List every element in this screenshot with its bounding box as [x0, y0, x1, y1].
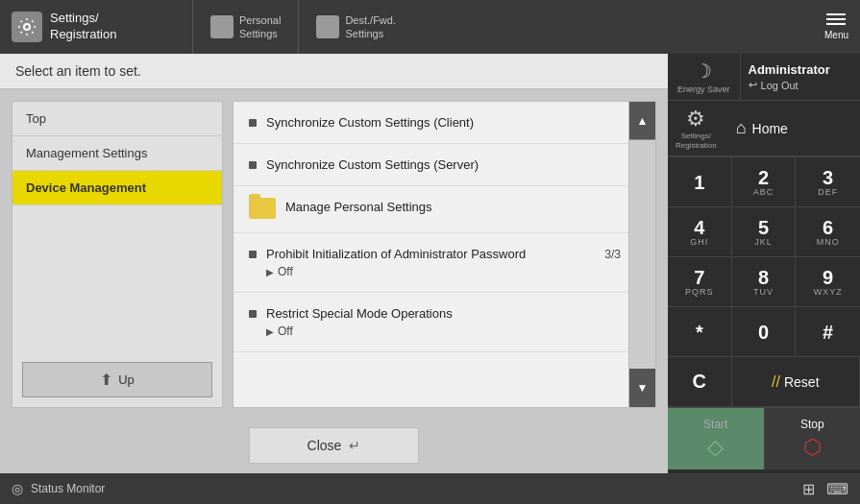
stop-label: Stop: [800, 418, 824, 431]
nav-item-top[interactable]: Top: [12, 102, 222, 136]
up-arrow-icon: ⬆: [100, 371, 112, 389]
menu-label: Menu: [824, 30, 848, 40]
instruction-bar: Select an item to set.: [0, 54, 668, 89]
app-title: Settings/ Registration: [50, 11, 116, 43]
list-item-sub-value: Off: [278, 265, 293, 278]
content-area: Select an item to set. Top Management Se…: [0, 54, 668, 473]
reset-label: Reset: [784, 374, 820, 390]
list-item-prohibit-init[interactable]: Prohibit Initialization of Administrator…: [233, 233, 655, 293]
home-icon: ⌂: [736, 118, 747, 138]
home-label: Home: [752, 121, 788, 136]
tab-personal-settings[interactable]: Personal Settings: [192, 0, 298, 54]
energy-saver-button[interactable]: ☽ Energy Saver: [668, 54, 741, 100]
close-button[interactable]: Close ↵: [249, 427, 420, 464]
key-9[interactable]: 9WXYZ: [796, 257, 860, 307]
bullet-icon: [249, 119, 257, 127]
list-item-sub: ▶ Off: [266, 324, 640, 338]
up-button[interactable]: ⬆ Up: [22, 362, 212, 397]
list-item-content: Manage Personal Settings: [285, 200, 640, 214]
logout-label: Log Out: [761, 80, 799, 91]
list-item-content: Restrict Special Mode Operations ▶ Off: [266, 306, 640, 338]
nav-item-management-settings[interactable]: Management Settings: [12, 136, 222, 171]
keyboard-icon[interactable]: ⌨: [826, 480, 848, 498]
list-item-title: Synchronize Custom Settings (Client): [266, 115, 640, 130]
menu-button[interactable]: Menu: [813, 0, 860, 54]
gear-icon: ⚙: [686, 107, 705, 132]
key-0[interactable]: 0: [732, 307, 797, 357]
username: Administrator: [749, 62, 852, 77]
rp-bottom: Start ◇ Stop ⬡: [668, 407, 860, 469]
list-item[interactable]: Synchronize Custom Settings (Client): [233, 102, 655, 144]
bullet-icon: [249, 251, 257, 258]
right-panel: ☽ Energy Saver Administrator ↩ Log Out ⚙…: [668, 54, 860, 473]
settings-registration-button[interactable]: ⚙ Settings/Registration: [676, 107, 717, 150]
key-3[interactable]: 3DEF: [796, 157, 860, 207]
list-item[interactable]: Synchronize Custom Settings (Server): [233, 144, 655, 186]
key-clear[interactable]: C: [668, 357, 732, 407]
page-indicator: 3/3: [604, 248, 621, 261]
moon-icon: ☽: [695, 60, 712, 83]
sub-arrow-icon: ▶: [266, 326, 274, 337]
qr-icon[interactable]: ⊞: [802, 480, 815, 498]
list-item-content: Synchronize Custom Settings (Server): [266, 157, 640, 172]
scroll-down-icon: ▼: [637, 381, 649, 395]
close-button-label: Close: [307, 438, 342, 453]
up-button-label: Up: [118, 372, 135, 387]
list-item-content: Synchronize Custom Settings (Client): [266, 115, 640, 130]
key-6[interactable]: 6MNO: [796, 207, 860, 257]
key-4[interactable]: 4GHI: [668, 207, 732, 257]
scroll-track: [629, 140, 655, 369]
start-button[interactable]: Start ◇: [668, 408, 764, 469]
rp-header-top: ☽ Energy Saver Administrator ↩ Log Out: [668, 54, 860, 101]
tab-dest-fwd-settings[interactable]: Dest./Fwd. Settings: [298, 0, 413, 54]
scroll-up-button[interactable]: ▲: [629, 102, 655, 140]
svg-point-0: [24, 24, 30, 30]
status-monitor-label: Status Monitor: [31, 482, 105, 495]
list-item-sub: ▶ Off: [266, 265, 640, 278]
list-item-restrict-special[interactable]: Restrict Special Mode Operations ▶ Off: [233, 293, 655, 352]
stop-button[interactable]: Stop ⬡: [764, 408, 861, 469]
status-right: ⊞ ⌨: [802, 480, 848, 498]
workspace: Top Management Settings Device Managemen…: [0, 89, 668, 420]
list-item-title: Prohibit Initialization of Administrator…: [266, 247, 640, 261]
list-item-sub-value: Off: [278, 324, 293, 338]
main-area: Select an item to set. Top Management Se…: [0, 54, 860, 473]
key-1[interactable]: 1: [668, 157, 732, 207]
logout-icon: ↩: [749, 79, 757, 91]
folder-icon: [249, 198, 276, 219]
reset-icon: //: [772, 373, 780, 391]
dest-fwd-tab-icon: [316, 15, 339, 38]
status-monitor-icon: ◎: [12, 481, 23, 496]
list-item-title: Restrict Special Mode Operations: [266, 306, 640, 321]
home-button[interactable]: ⌂ Home: [723, 110, 852, 146]
left-nav: Top Management Settings Device Managemen…: [12, 101, 223, 408]
logout-button[interactable]: ↩ Log Out: [749, 79, 852, 91]
settings-icon: [12, 12, 42, 42]
list-item-manage-personal[interactable]: Manage Personal Settings: [233, 186, 655, 233]
key-5[interactable]: 5JKL: [732, 207, 797, 257]
bottom-bar: ◎ Status Monitor ⊞ ⌨: [0, 473, 860, 504]
close-arrow-icon: ↵: [349, 438, 360, 453]
tab-dest-fwd-label: Dest./Fwd. Settings: [345, 13, 396, 41]
list-item-title: Manage Personal Settings: [285, 200, 640, 214]
key-star[interactable]: *: [668, 307, 732, 357]
right-list: Synchronize Custom Settings (Client) Syn…: [233, 101, 656, 408]
scroll-up-icon: ▲: [637, 114, 649, 128]
key-hash[interactable]: #: [796, 307, 860, 357]
key-7[interactable]: 7PQRS: [668, 257, 732, 307]
energy-saver-label: Energy Saver: [677, 84, 730, 94]
key-8[interactable]: 8TUV: [732, 257, 797, 307]
scroll-controls: ▲ ▼: [628, 102, 655, 407]
stop-icon: ⬡: [803, 435, 822, 460]
settings-registration-label: Settings/Registration: [676, 132, 717, 150]
app-title-section: Settings/ Registration: [0, 0, 192, 54]
rp-settings-row: ⚙ Settings/Registration ⌂ Home: [668, 101, 860, 156]
bullet-icon: [249, 161, 257, 169]
start-label: Start: [703, 418, 727, 431]
start-icon: ◇: [707, 435, 724, 460]
instruction-text: Select an item to set.: [15, 63, 141, 79]
key-2[interactable]: 2ABC: [732, 157, 797, 207]
key-reset[interactable]: // Reset: [732, 357, 860, 407]
scroll-down-button[interactable]: ▼: [629, 369, 655, 407]
nav-item-device-management[interactable]: Device Management: [12, 171, 222, 205]
